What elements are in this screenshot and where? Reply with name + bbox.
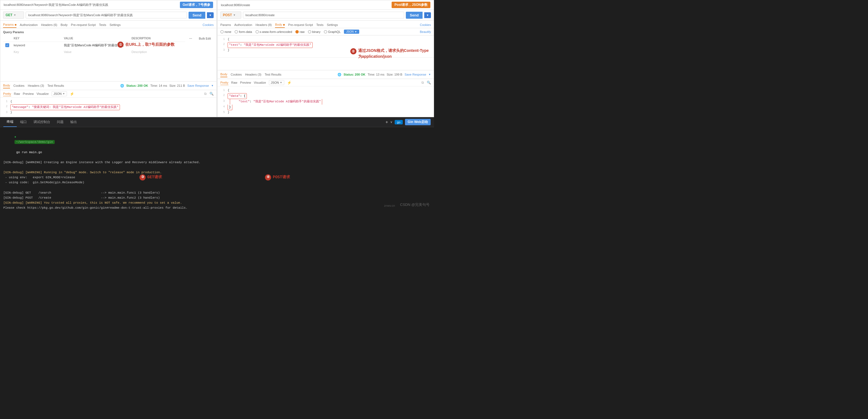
globe-icon: 🌐 [120, 84, 124, 88]
fmt-tab-raw[interactable]: Raw [14, 92, 20, 95]
terminal-tab-terminal[interactable]: 终端 [3, 117, 17, 127]
right-fmt-preview[interactable]: Preview [240, 81, 251, 84]
right-status-ok: Status: 200 OK [344, 73, 365, 76]
right-tab-settings[interactable]: Settings [327, 22, 338, 28]
right-tab-prerequest[interactable]: Pre-request Script [288, 22, 313, 28]
status-ok: Status: 200 OK [126, 84, 148, 87]
right-copy-icon[interactable]: ⧉ [422, 81, 424, 85]
json-format-select[interactable]: JSON ▼ [52, 91, 67, 96]
param-value[interactable]: 我是"豆包MarsCode AI编码助手"的最佳实践 [62, 41, 129, 49]
terminal-line-blank [3, 185, 431, 190]
right-save-response-btn[interactable]: Save Response [404, 73, 426, 76]
save-dropdown-icon[interactable]: ▼ [211, 84, 214, 87]
query-params-label: Query Params [3, 30, 214, 34]
right-tab-params[interactable]: Params [220, 22, 231, 28]
resp-tab-cookies[interactable]: Cookies [13, 84, 25, 87]
right-save-dropdown-icon[interactable]: ▼ [428, 73, 431, 76]
right-filter-icon[interactable]: ⚡ [287, 81, 291, 85]
left-send-button[interactable]: Send [189, 12, 205, 19]
right-postman-panel: localhost:8080/create Post请求，JSON参数 POST… [217, 0, 434, 117]
param-key-placeholder[interactable]: Key [11, 49, 62, 55]
body-opt-formdata[interactable]: form-data [235, 30, 252, 33]
time-info: Time: 14 ms [150, 84, 167, 87]
resp-json-line-2: 2 "data": { [220, 93, 431, 99]
right-resp-tab-test-results[interactable]: Test Results [265, 73, 281, 76]
right-url-input[interactable] [243, 12, 404, 19]
bulk-edit-btn[interactable]: Bulk Edit [199, 37, 211, 40]
left-url-input[interactable] [26, 12, 187, 19]
save-response-btn[interactable]: Save Response [187, 84, 209, 87]
terminal-command: go run main.go [14, 151, 42, 154]
fmt-tab-preview[interactable]: Preview [23, 92, 34, 95]
terminal-line-get-route: [GIN-debug] GET /search --> main.main.fu… [3, 190, 431, 195]
resp-json-line-1: 1 { [220, 88, 431, 93]
terminal-tab-output[interactable]: 输出 [67, 117, 80, 127]
json-badge-select[interactable]: JSON ▼ [344, 30, 359, 34]
plus-icon[interactable]: + [385, 120, 388, 125]
tab-headers[interactable]: Headers (6) [41, 22, 57, 28]
tab-body[interactable]: Body [61, 22, 67, 28]
json-line-2: 2 "message": "搜索关键词: 我是"豆包MarsCode AI编码助… [3, 104, 214, 111]
right-tab-tests[interactable]: Tests [316, 22, 323, 28]
right-resp-tab-cookies[interactable]: Cookies [231, 73, 242, 76]
tab-tests[interactable]: Tests [99, 22, 106, 28]
right-tab-body[interactable]: Body [275, 22, 285, 28]
right-cookies-link[interactable]: Cookies [420, 23, 431, 27]
params-table: KEY VALUE DESCRIPTION ··· Bulk Edit [3, 35, 214, 55]
filter-icon[interactable]: ⚡ [70, 92, 74, 96]
path-badge: ~/workspace/demo/gin [14, 140, 55, 144]
right-fmt-visualize[interactable]: Visualize [254, 81, 266, 84]
right-fmt-raw[interactable]: Raw [231, 81, 237, 84]
body-opt-raw[interactable]: raw [296, 30, 305, 33]
left-cookies-link[interactable]: Cookies [203, 23, 214, 27]
search-icon[interactable]: 🔍 [210, 92, 214, 96]
right-tab-headers[interactable]: Headers (8) [255, 22, 272, 28]
right-send-button[interactable]: Send [406, 12, 423, 19]
right-resp-tab-body[interactable]: Body [220, 72, 227, 77]
fmt-tab-visualize[interactable]: Visualize [36, 92, 49, 95]
beautify-btn[interactable]: Beautify [420, 30, 431, 33]
body-opt-urlencoded[interactable]: x-www-form-urlencoded [255, 30, 292, 33]
tab-settings[interactable]: Settings [110, 22, 121, 28]
terminal-tab-port[interactable]: 端口 [17, 117, 30, 127]
resp-tab-body[interactable]: Body [3, 83, 10, 88]
right-method-select[interactable]: POST ▼ [220, 11, 241, 19]
watermark: CSDN @完美句号 [400, 202, 430, 207]
right-fmt-pretty[interactable]: Pretty [220, 80, 228, 85]
right-tab-auth[interactable]: Authorization [234, 22, 252, 28]
terminal-line-6: - using code: gin.SetMode(gin.ReleaseMod… [3, 180, 431, 185]
param-key[interactable]: keyword [11, 41, 62, 49]
terminal-tab-debug[interactable]: 调试控制台 [30, 117, 54, 127]
left-send-dropdown[interactable]: ▼ [207, 12, 214, 18]
resp-tab-test-results[interactable]: Test Results [48, 84, 64, 87]
body-opt-none[interactable]: none [220, 30, 231, 33]
go-badge: go [395, 120, 402, 124]
param-value-placeholder[interactable]: Value [62, 49, 129, 55]
right-send-dropdown[interactable]: ▼ [424, 12, 431, 18]
right-banner: localhost:8080/create Post请求，JSON参数 [218, 0, 434, 10]
right-time-info: Time: 13 ms [368, 73, 384, 76]
param-checkbox[interactable]: ✓ [5, 43, 9, 47]
left-method-select[interactable]: GET ▼ [3, 11, 24, 19]
body-opt-binary[interactable]: binary [308, 30, 320, 33]
left-response-section: Body Cookies Headers (3) Test Results 🌐 … [0, 81, 216, 117]
table-row-empty: Key Value Description [3, 49, 214, 55]
body-opt-graphql[interactable]: GraphQL [324, 30, 341, 33]
tab-params[interactable]: Params [3, 22, 17, 28]
terminal-line-prompt: ● ~/workspace/demo/gin go run main.go [3, 129, 431, 160]
right-json-format-select[interactable]: JSON ▼ [269, 80, 284, 85]
query-params-section: Query Params KEY VALUE DESCRIPTION ··· B… [0, 28, 216, 57]
left-url-bar: GET ▼ Send ▼ [0, 10, 216, 21]
right-resp-tab-headers[interactable]: Headers (3) [245, 73, 261, 76]
terminal-actions: + ∨ go Gin Web启动 [385, 119, 431, 125]
param-desc-placeholder: Description [129, 49, 185, 55]
fmt-tab-pretty[interactable]: Pretty [3, 91, 11, 96]
terminal-tab-problems[interactable]: 问题 [54, 117, 67, 127]
resp-tab-headers[interactable]: Headers (3) [28, 84, 44, 87]
tab-prerequest[interactable]: Pre-request Script [71, 22, 96, 28]
left-banner-label: Get请求，?号携参 [180, 2, 213, 8]
copy-icon[interactable]: ⧉ [204, 92, 207, 96]
chevron-down-icon[interactable]: ∨ [390, 120, 393, 124]
right-search-icon[interactable]: 🔍 [427, 81, 431, 85]
tab-authorization[interactable]: Authorization [20, 22, 38, 28]
